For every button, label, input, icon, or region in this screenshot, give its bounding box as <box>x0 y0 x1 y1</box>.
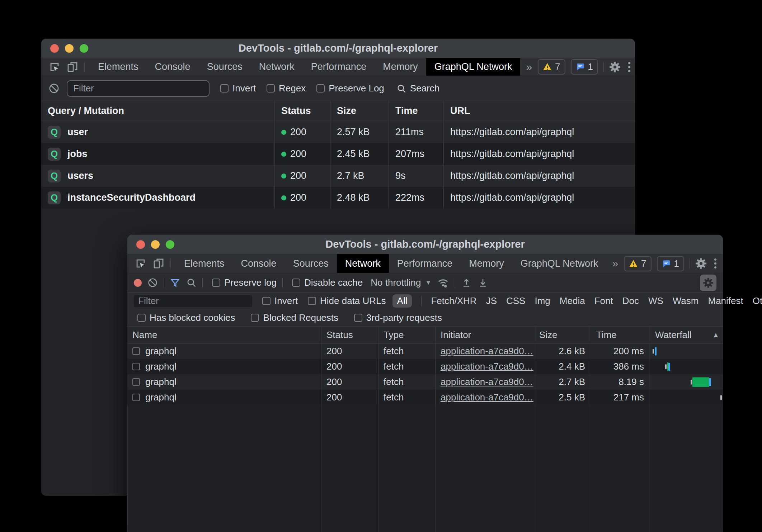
export-har-icon[interactable] <box>478 277 488 288</box>
tab-network[interactable]: Network <box>337 254 389 273</box>
table-row[interactable]: Quser 200 2.57 kB 211ms https://gitlab.c… <box>41 121 635 143</box>
tab-elements[interactable]: Elements <box>90 58 147 76</box>
minimize-button[interactable] <box>151 240 160 249</box>
column-header-size[interactable]: Size <box>534 327 591 343</box>
initiator-link[interactable]: application-a7ca9d0… <box>441 392 533 403</box>
tab-graphql-network[interactable]: GraphQL Network <box>512 254 607 273</box>
filter-type-other[interactable]: Other <box>753 295 762 307</box>
column-header-status[interactable]: Status <box>321 327 378 343</box>
hide-data-urls-checkbox-group[interactable]: Hide data URLs <box>308 295 386 307</box>
warnings-badge[interactable]: 7 <box>624 256 651 271</box>
search-control[interactable]: Search <box>396 83 439 94</box>
zoom-button[interactable] <box>80 44 88 53</box>
network-conditions-icon[interactable] <box>437 277 449 289</box>
minimize-button[interactable] <box>65 44 74 53</box>
preserve-log-checkbox-group[interactable]: Preserve log <box>212 277 277 288</box>
filter-funnel-icon[interactable] <box>170 277 180 288</box>
more-tabs-icon[interactable]: » <box>520 58 538 76</box>
column-header-waterfall[interactable]: Waterfall ▲ <box>650 327 723 343</box>
tab-console[interactable]: Console <box>233 254 285 273</box>
row-checkbox[interactable] <box>132 394 140 401</box>
invert-checkbox-group[interactable]: Invert <box>262 295 298 307</box>
table-row[interactable]: graphql 200 fetch application-a7ca9d0… 2… <box>127 359 723 374</box>
zoom-button[interactable] <box>166 240 174 249</box>
throttling-dropdown[interactable]: No throttling ▼ <box>371 277 431 288</box>
has-blocked-cookies-checkbox-group[interactable]: Has blocked cookies <box>137 312 235 323</box>
network-settings-gear-icon[interactable] <box>700 275 716 291</box>
filter-type-all[interactable]: All <box>392 294 412 308</box>
tab-graphql-network[interactable]: GraphQL Network <box>426 58 521 76</box>
column-header-size[interactable]: Size <box>330 101 389 121</box>
tab-sources[interactable]: Sources <box>285 254 337 273</box>
preserve-log-checkbox[interactable] <box>316 84 325 92</box>
regex-checkbox-group[interactable]: Regex <box>267 83 306 94</box>
column-header-name[interactable]: Name <box>127 327 321 343</box>
column-header-type[interactable]: Type <box>378 327 435 343</box>
initiator-link[interactable]: application-a7ca9d0… <box>441 361 533 372</box>
filter-type-img[interactable]: Img <box>535 295 550 307</box>
filter-input[interactable] <box>67 80 210 97</box>
column-header-initiator[interactable]: Initiator <box>435 327 534 343</box>
invert-checkbox[interactable] <box>220 84 229 92</box>
third-party-requests-checkbox[interactable] <box>354 314 362 322</box>
preserve-log-checkbox-group[interactable]: Preserve Log <box>316 83 384 94</box>
filter-type-manifest[interactable]: Manifest <box>708 295 743 307</box>
more-tabs-icon[interactable]: » <box>606 254 624 273</box>
more-options-icon[interactable] <box>712 258 719 269</box>
settings-gear-icon[interactable] <box>609 61 621 73</box>
filter-input[interactable] <box>134 295 252 307</box>
has-blocked-cookies-checkbox[interactable] <box>137 314 146 322</box>
close-button[interactable] <box>136 240 145 249</box>
import-har-icon[interactable] <box>461 277 472 288</box>
initiator-link[interactable]: application-a7ca9d0… <box>441 376 533 388</box>
table-row[interactable]: graphql 200 fetch application-a7ca9d0… 2… <box>127 343 723 359</box>
filter-type-fetch-xhr[interactable]: Fetch/XHR <box>431 295 476 307</box>
filter-type-css[interactable]: CSS <box>506 295 525 307</box>
filter-type-font[interactable]: Font <box>594 295 613 307</box>
table-row[interactable]: QinstanceSecurityDashboard 200 2.48 kB 2… <box>41 187 635 209</box>
tab-console[interactable]: Console <box>147 58 199 76</box>
tab-performance[interactable]: Performance <box>303 58 375 76</box>
invert-checkbox-group[interactable]: Invert <box>220 83 256 94</box>
table-row[interactable]: Qusers 200 2.7 kB 9s https://gitlab.com/… <box>41 165 635 187</box>
filter-type-ws[interactable]: WS <box>648 295 663 307</box>
initiator-link[interactable]: application-a7ca9d0… <box>441 346 533 357</box>
column-header-url[interactable]: URL <box>443 101 635 121</box>
column-header-time[interactable]: Time <box>591 327 650 343</box>
settings-gear-icon[interactable] <box>695 258 707 269</box>
third-party-requests-checkbox-group[interactable]: 3rd-party requests <box>354 312 442 323</box>
close-button[interactable] <box>50 44 59 53</box>
table-row[interactable]: Qjobs 200 2.45 kB 207ms https://gitlab.c… <box>41 143 635 165</box>
device-toolbar-icon[interactable] <box>66 61 79 73</box>
tab-performance[interactable]: Performance <box>389 254 461 273</box>
table-row[interactable]: graphql 200 fetch application-a7ca9d0… 2… <box>127 390 723 405</box>
column-header-status[interactable]: Status <box>274 101 330 121</box>
clear-icon[interactable] <box>147 277 158 288</box>
device-toolbar-icon[interactable] <box>152 257 165 270</box>
row-checkbox[interactable] <box>132 378 140 386</box>
table-row[interactable]: graphql 200 fetch application-a7ca9d0… 2… <box>127 374 723 390</box>
issues-badge[interactable]: 1 <box>657 256 684 271</box>
inspect-element-icon[interactable] <box>48 61 61 73</box>
more-options-icon[interactable] <box>626 62 632 72</box>
tab-memory[interactable]: Memory <box>461 254 512 273</box>
disable-cache-checkbox[interactable] <box>292 279 300 287</box>
column-header-query-mutation[interactable]: Query / Mutation <box>41 101 274 121</box>
blocked-requests-checkbox-group[interactable]: Blocked Requests <box>251 312 338 323</box>
tab-elements[interactable]: Elements <box>176 254 233 273</box>
title-bar[interactable]: DevTools - gitlab.com/-/graphql-explorer <box>41 39 635 58</box>
tab-network[interactable]: Network <box>251 58 303 76</box>
regex-checkbox[interactable] <box>267 84 275 92</box>
disable-cache-checkbox-group[interactable]: Disable cache <box>292 277 363 288</box>
invert-checkbox[interactable] <box>262 297 271 305</box>
record-network-log-icon[interactable] <box>134 279 142 287</box>
tab-sources[interactable]: Sources <box>199 58 251 76</box>
tab-memory[interactable]: Memory <box>375 58 426 76</box>
blocked-requests-checkbox[interactable] <box>251 314 259 322</box>
issues-badge[interactable]: 1 <box>571 59 598 75</box>
inspect-element-icon[interactable] <box>135 257 147 270</box>
filter-type-media[interactable]: Media <box>560 295 585 307</box>
title-bar[interactable]: DevTools - gitlab.com/-/graphql-explorer <box>127 235 723 254</box>
row-checkbox[interactable] <box>132 363 140 370</box>
warnings-badge[interactable]: 7 <box>538 59 565 75</box>
